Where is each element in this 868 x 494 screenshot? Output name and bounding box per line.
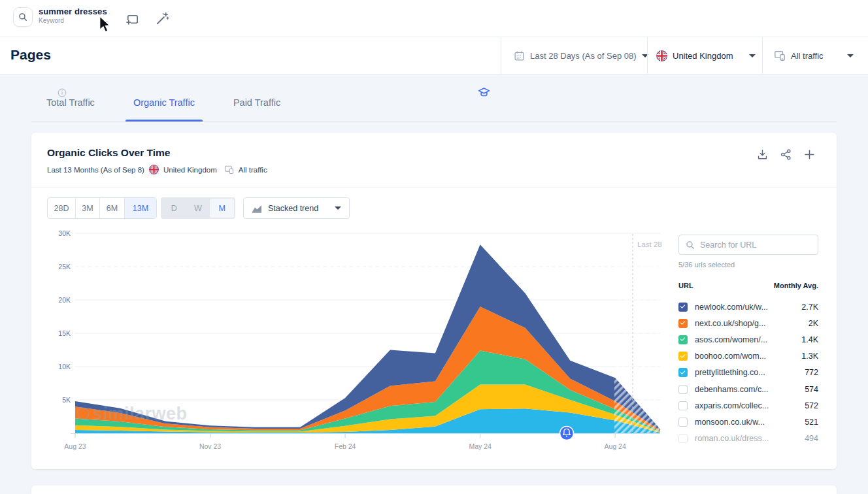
- url-row[interactable]: newlook.com/uk/w...2.7K: [678, 299, 818, 315]
- chart-type-caret-icon: [335, 206, 341, 210]
- checked-checkbox[interactable]: [678, 368, 688, 377]
- url-label: roman.co.uk/dress...: [695, 434, 769, 443]
- all-traffic-devices-icon: [224, 165, 234, 174]
- urls-selected-count: 5/36 urls selected: [678, 261, 735, 269]
- share-icon[interactable]: [780, 148, 792, 161]
- uk-flag-icon: [149, 165, 159, 174]
- granularity-day-button[interactable]: D: [162, 199, 186, 218]
- organic-clicks-card: Organic Clicks Over Time Last 13 Months …: [31, 133, 837, 469]
- stacked-area-chart[interactable]: 5K10K15K20K25K30KsimilarwebLast 28Aug 23…: [42, 229, 682, 459]
- chart-type-select[interactable]: Stacked trend: [243, 197, 350, 219]
- checked-checkbox[interactable]: [678, 352, 688, 361]
- unchecked-checkbox[interactable]: [678, 401, 688, 410]
- range-6m-button[interactable]: 6M: [100, 198, 125, 218]
- search-icon: [686, 240, 695, 250]
- date-range-value: Last 28 Days (As of Sep 08): [530, 51, 637, 61]
- learning-center-icon[interactable]: [477, 86, 491, 99]
- unchecked-checkbox[interactable]: [678, 434, 688, 443]
- calendar-icon: [514, 50, 525, 61]
- checked-checkbox[interactable]: [678, 335, 688, 344]
- x-axis-label: Feb 24: [335, 442, 356, 450]
- url-table-body: newlook.com/uk/w...2.7Knext.co.uk/shop/g…: [678, 299, 818, 447]
- url-monthly-avg: 572: [805, 401, 818, 410]
- divider: [501, 37, 501, 74]
- url-search-box[interactable]: [678, 235, 818, 255]
- url-label: prettylittlething.co...: [695, 368, 765, 377]
- range-28d-button[interactable]: 28D: [48, 198, 76, 218]
- checkmark-icon: [680, 320, 686, 325]
- subtitle-country: United Kingdom: [163, 166, 217, 174]
- magic-wand-icon[interactable]: [155, 11, 170, 26]
- all-traffic-devices-icon: [774, 50, 786, 61]
- page-title: Pages: [10, 47, 51, 63]
- info-icon[interactable]: [58, 88, 67, 97]
- unchecked-checkbox[interactable]: [678, 418, 688, 427]
- current-keyword[interactable]: summer dresses Keyword: [39, 7, 107, 24]
- checked-checkbox[interactable]: [678, 303, 688, 312]
- divider: [762, 37, 763, 74]
- tab-total-traffic[interactable]: Total Traffic: [39, 97, 103, 121]
- url-label: axparis.com/collec...: [695, 401, 769, 410]
- tab-organic-traffic[interactable]: Organic Traffic: [125, 97, 203, 121]
- x-axis-label: Aug 24: [605, 442, 626, 450]
- url-label: next.co.uk/shop/g...: [695, 319, 765, 328]
- alert-bell-badge[interactable]: [560, 427, 574, 440]
- tab-paid-traffic[interactable]: Paid Traffic: [225, 97, 288, 121]
- col-monthly-avg: Monthly Avg.: [774, 282, 818, 289]
- granularity-month-button[interactable]: M: [210, 199, 234, 218]
- y-axis-label: 30K: [58, 229, 71, 237]
- traffic-tabs: Total Traffic Organic Traffic Paid Traff…: [31, 74, 837, 122]
- keyword-term: summer dresses: [39, 7, 107, 16]
- url-monthly-avg: 494: [805, 434, 818, 443]
- country-caret-icon: [749, 54, 756, 58]
- checkmark-icon: [680, 353, 686, 358]
- url-row[interactable]: prettylittlething.co...772: [678, 365, 818, 381]
- page-header: Pages Last 28 Days (As of Sep 08): [0, 37, 868, 74]
- add-to-compare-icon[interactable]: [125, 12, 140, 27]
- url-monthly-avg: 574: [805, 385, 818, 394]
- url-label: monsoon.co.uk/w...: [695, 418, 765, 427]
- time-range-group: 28D 3M 6M 13M: [47, 197, 157, 219]
- url-row[interactable]: next.co.uk/shop/g...2K: [678, 315, 818, 331]
- unchecked-checkbox[interactable]: [678, 385, 688, 394]
- add-chart-icon[interactable]: [803, 148, 816, 161]
- subtitle-period: Last 13 Months (As of Sep 8): [47, 166, 144, 174]
- url-search-input[interactable]: [700, 240, 798, 250]
- checkmark-icon: [680, 369, 686, 374]
- url-monthly-avg: 772: [805, 368, 818, 377]
- keyword-search-chip[interactable]: [13, 7, 33, 27]
- traffic-caret-icon: [847, 54, 854, 58]
- country-selector[interactable]: United Kingdom: [656, 37, 756, 74]
- range-3m-button[interactable]: 3M: [76, 198, 100, 218]
- traffic-filter-selector[interactable]: All traffic: [774, 37, 861, 74]
- url-row[interactable]: roman.co.uk/dress...494: [678, 431, 818, 447]
- divider: [647, 37, 648, 74]
- url-monthly-avg: 1.3K: [801, 352, 818, 361]
- card-subtitle: Last 13 Months (As of Sep 8) United King…: [47, 165, 267, 174]
- y-axis-label: 25K: [58, 263, 71, 271]
- search-icon: [18, 12, 27, 22]
- url-monthly-avg: 1.4K: [801, 335, 818, 344]
- url-row[interactable]: asos.com/women/...1.4K: [678, 331, 818, 348]
- subtitle-traffic: All traffic: [239, 166, 267, 174]
- card-actions: [756, 148, 816, 161]
- stacked-trend-icon: [252, 204, 262, 213]
- url-row[interactable]: boohoo.com/wom...1.3K: [678, 348, 818, 365]
- y-axis-label: 20K: [58, 296, 71, 304]
- chart-type-value: Stacked trend: [268, 204, 318, 213]
- y-axis-label: 10K: [58, 363, 71, 370]
- granularity-week-button[interactable]: W: [186, 199, 210, 218]
- date-range-selector[interactable]: Last 28 Days (As of Sep 08): [514, 37, 648, 74]
- country-value: United Kingdom: [673, 51, 733, 61]
- checkmark-icon: [680, 303, 686, 308]
- checkmark-icon: [680, 337, 686, 342]
- checked-checkbox[interactable]: [678, 319, 688, 328]
- url-label: debenhams.com/c...: [695, 385, 769, 394]
- url-row[interactable]: monsoon.co.uk/w...521: [678, 414, 818, 430]
- granularity-toggle: D W M: [161, 197, 235, 219]
- url-row[interactable]: axparis.com/collec...572: [678, 397, 818, 414]
- col-url: URL: [678, 282, 693, 289]
- download-icon[interactable]: [756, 148, 769, 161]
- url-row[interactable]: debenhams.com/c...574: [678, 381, 818, 397]
- range-13m-button[interactable]: 13M: [125, 198, 156, 218]
